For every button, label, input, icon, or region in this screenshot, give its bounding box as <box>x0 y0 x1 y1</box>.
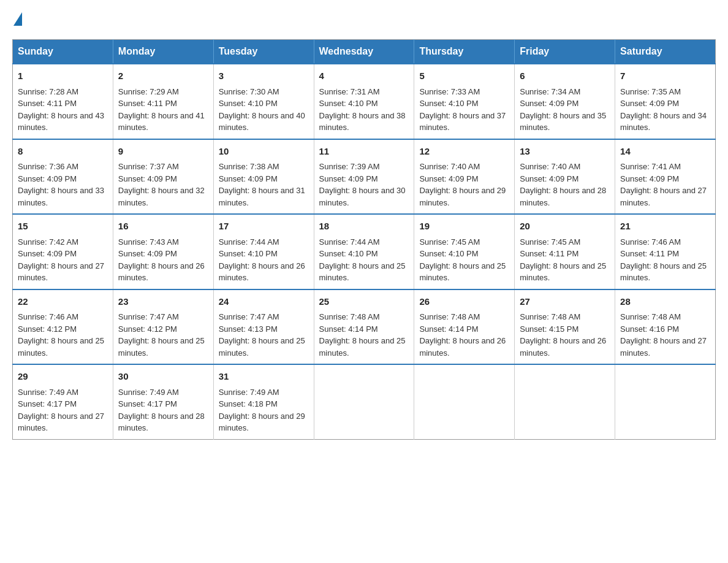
calendar-header-thursday: Thursday <box>414 40 515 64</box>
calendar-header-row: SundayMondayTuesdayWednesdayThursdayFrid… <box>13 40 716 64</box>
calendar-cell <box>314 364 414 439</box>
calendar-header-saturday: Saturday <box>615 40 716 64</box>
day-number: 17 <box>219 220 309 234</box>
calendar-week-3: 15Sunrise: 7:42 AMSunset: 4:09 PMDayligh… <box>13 214 716 289</box>
calendar-cell: 27Sunrise: 7:48 AMSunset: 4:15 PMDayligh… <box>515 289 615 365</box>
day-number: 15 <box>18 220 108 234</box>
day-info: Sunrise: 7:48 AMSunset: 4:14 PMDaylight:… <box>319 311 409 359</box>
calendar-cell: 12Sunrise: 7:40 AMSunset: 4:09 PMDayligh… <box>414 139 515 215</box>
day-number: 20 <box>520 220 610 234</box>
day-info: Sunrise: 7:31 AMSunset: 4:10 PMDaylight:… <box>319 86 409 134</box>
day-number: 29 <box>18 370 108 384</box>
calendar-cell: 11Sunrise: 7:39 AMSunset: 4:09 PMDayligh… <box>314 139 414 215</box>
calendar-cell: 18Sunrise: 7:44 AMSunset: 4:10 PMDayligh… <box>314 214 414 289</box>
calendar-cell <box>515 364 615 439</box>
calendar-cell: 17Sunrise: 7:44 AMSunset: 4:10 PMDayligh… <box>213 214 314 289</box>
calendar-cell: 13Sunrise: 7:40 AMSunset: 4:09 PMDayligh… <box>515 139 615 215</box>
calendar-cell: 2Sunrise: 7:29 AMSunset: 4:11 PMDaylight… <box>113 64 213 139</box>
day-info: Sunrise: 7:37 AMSunset: 4:09 PMDaylight:… <box>118 161 208 209</box>
day-number: 13 <box>520 145 610 159</box>
calendar-header: SundayMondayTuesdayWednesdayThursdayFrid… <box>13 40 716 64</box>
calendar-cell: 29Sunrise: 7:49 AMSunset: 4:17 PMDayligh… <box>13 364 113 439</box>
day-number: 2 <box>118 69 208 83</box>
calendar-cell: 7Sunrise: 7:35 AMSunset: 4:09 PMDaylight… <box>615 64 716 139</box>
day-info: Sunrise: 7:49 AMSunset: 4:17 PMDaylight:… <box>18 386 108 434</box>
day-number: 16 <box>118 220 208 234</box>
day-number: 11 <box>319 145 409 159</box>
day-number: 24 <box>219 295 309 309</box>
day-number: 19 <box>419 220 509 234</box>
day-number: 7 <box>620 69 710 83</box>
day-info: Sunrise: 7:47 AMSunset: 4:12 PMDaylight:… <box>118 311 208 359</box>
page-header <box>12 12 716 27</box>
day-number: 1 <box>18 69 108 83</box>
calendar-cell: 10Sunrise: 7:38 AMSunset: 4:09 PMDayligh… <box>213 139 314 215</box>
day-info: Sunrise: 7:33 AMSunset: 4:10 PMDaylight:… <box>419 86 509 134</box>
calendar-cell: 30Sunrise: 7:49 AMSunset: 4:17 PMDayligh… <box>113 364 213 439</box>
day-info: Sunrise: 7:49 AMSunset: 4:18 PMDaylight:… <box>219 386 309 434</box>
calendar-cell <box>615 364 716 439</box>
day-number: 3 <box>219 69 309 83</box>
calendar-cell: 8Sunrise: 7:36 AMSunset: 4:09 PMDaylight… <box>13 139 113 215</box>
day-info: Sunrise: 7:48 AMSunset: 4:14 PMDaylight:… <box>419 311 509 359</box>
day-number: 5 <box>419 69 509 83</box>
calendar-cell: 16Sunrise: 7:43 AMSunset: 4:09 PMDayligh… <box>113 214 213 289</box>
calendar-cell: 23Sunrise: 7:47 AMSunset: 4:12 PMDayligh… <box>113 289 213 365</box>
calendar-week-4: 22Sunrise: 7:46 AMSunset: 4:12 PMDayligh… <box>13 289 716 365</box>
day-info: Sunrise: 7:48 AMSunset: 4:15 PMDaylight:… <box>520 311 610 359</box>
day-info: Sunrise: 7:42 AMSunset: 4:09 PMDaylight:… <box>18 236 108 284</box>
day-number: 14 <box>620 145 710 159</box>
calendar-cell: 24Sunrise: 7:47 AMSunset: 4:13 PMDayligh… <box>213 289 314 365</box>
day-info: Sunrise: 7:43 AMSunset: 4:09 PMDaylight:… <box>118 236 208 284</box>
day-number: 26 <box>419 295 509 309</box>
day-info: Sunrise: 7:45 AMSunset: 4:11 PMDaylight:… <box>520 236 610 284</box>
calendar-header-friday: Friday <box>515 40 615 64</box>
calendar-cell: 22Sunrise: 7:46 AMSunset: 4:12 PMDayligh… <box>13 289 113 365</box>
calendar-cell: 15Sunrise: 7:42 AMSunset: 4:09 PMDayligh… <box>13 214 113 289</box>
calendar-week-1: 1Sunrise: 7:28 AMSunset: 4:11 PMDaylight… <box>13 64 716 139</box>
calendar-cell: 28Sunrise: 7:48 AMSunset: 4:16 PMDayligh… <box>615 289 716 365</box>
day-number: 8 <box>18 145 108 159</box>
day-number: 25 <box>319 295 409 309</box>
day-info: Sunrise: 7:40 AMSunset: 4:09 PMDaylight:… <box>419 161 509 209</box>
day-number: 27 <box>520 295 610 309</box>
day-number: 9 <box>118 145 208 159</box>
calendar-cell: 14Sunrise: 7:41 AMSunset: 4:09 PMDayligh… <box>615 139 716 215</box>
calendar-cell: 6Sunrise: 7:34 AMSunset: 4:09 PMDaylight… <box>515 64 615 139</box>
calendar-cell: 19Sunrise: 7:45 AMSunset: 4:10 PMDayligh… <box>414 214 515 289</box>
calendar-cell: 31Sunrise: 7:49 AMSunset: 4:18 PMDayligh… <box>213 364 314 439</box>
day-number: 28 <box>620 295 710 309</box>
day-info: Sunrise: 7:30 AMSunset: 4:10 PMDaylight:… <box>219 86 309 134</box>
day-number: 22 <box>18 295 108 309</box>
calendar-cell: 4Sunrise: 7:31 AMSunset: 4:10 PMDaylight… <box>314 64 414 139</box>
day-info: Sunrise: 7:40 AMSunset: 4:09 PMDaylight:… <box>520 161 610 209</box>
day-info: Sunrise: 7:38 AMSunset: 4:09 PMDaylight:… <box>219 161 309 209</box>
calendar-table: SundayMondayTuesdayWednesdayThursdayFrid… <box>12 39 716 440</box>
calendar-header-monday: Monday <box>113 40 213 64</box>
day-info: Sunrise: 7:45 AMSunset: 4:10 PMDaylight:… <box>419 236 509 284</box>
day-info: Sunrise: 7:44 AMSunset: 4:10 PMDaylight:… <box>319 236 409 284</box>
day-number: 21 <box>620 220 710 234</box>
day-info: Sunrise: 7:46 AMSunset: 4:11 PMDaylight:… <box>620 236 710 284</box>
day-info: Sunrise: 7:47 AMSunset: 4:13 PMDaylight:… <box>219 311 309 359</box>
day-info: Sunrise: 7:44 AMSunset: 4:10 PMDaylight:… <box>219 236 309 284</box>
calendar-cell: 21Sunrise: 7:46 AMSunset: 4:11 PMDayligh… <box>615 214 716 289</box>
calendar-cell: 3Sunrise: 7:30 AMSunset: 4:10 PMDaylight… <box>213 64 314 139</box>
calendar-cell: 5Sunrise: 7:33 AMSunset: 4:10 PMDaylight… <box>414 64 515 139</box>
day-info: Sunrise: 7:46 AMSunset: 4:12 PMDaylight:… <box>18 311 108 359</box>
calendar-header-wednesday: Wednesday <box>314 40 414 64</box>
calendar-week-5: 29Sunrise: 7:49 AMSunset: 4:17 PMDayligh… <box>13 364 716 439</box>
day-number: 18 <box>319 220 409 234</box>
day-info: Sunrise: 7:35 AMSunset: 4:09 PMDaylight:… <box>620 86 710 134</box>
calendar-header-sunday: Sunday <box>13 40 113 64</box>
day-number: 30 <box>118 370 208 384</box>
day-info: Sunrise: 7:39 AMSunset: 4:09 PMDaylight:… <box>319 161 409 209</box>
calendar-cell: 20Sunrise: 7:45 AMSunset: 4:11 PMDayligh… <box>515 214 615 289</box>
logo <box>12 12 22 27</box>
day-info: Sunrise: 7:41 AMSunset: 4:09 PMDaylight:… <box>620 161 710 209</box>
calendar-cell: 26Sunrise: 7:48 AMSunset: 4:14 PMDayligh… <box>414 289 515 365</box>
calendar-cell: 9Sunrise: 7:37 AMSunset: 4:09 PMDaylight… <box>113 139 213 215</box>
day-info: Sunrise: 7:49 AMSunset: 4:17 PMDaylight:… <box>118 386 208 434</box>
day-info: Sunrise: 7:48 AMSunset: 4:16 PMDaylight:… <box>620 311 710 359</box>
calendar-week-2: 8Sunrise: 7:36 AMSunset: 4:09 PMDaylight… <box>13 139 716 215</box>
